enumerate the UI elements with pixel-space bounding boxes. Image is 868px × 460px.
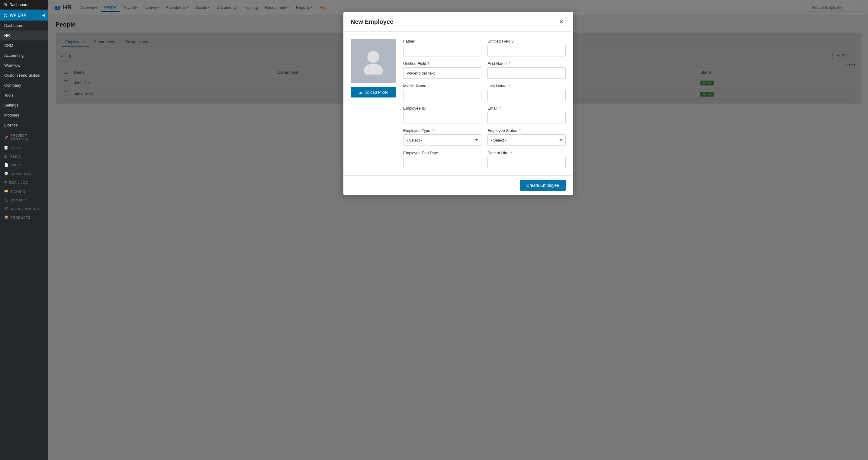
form-group-untitled4: Untitled Field 4 (403, 61, 482, 79)
sidebar-dashboard[interactable]: ⊞ Dashboard (0, 0, 48, 10)
form-group-father: Father (403, 39, 482, 57)
input-dateofhire[interactable] (488, 157, 566, 168)
comments-icon: 💬 (4, 172, 9, 176)
label-father: Father (403, 39, 482, 43)
label-employeestatus: Employee Status * (488, 128, 566, 133)
posts-icon: 📝 (4, 146, 9, 150)
input-father[interactable] (403, 45, 482, 57)
modal-header: New Employee ✕ (343, 12, 573, 32)
input-email[interactable] (488, 112, 566, 124)
sidebar-item-settings[interactable]: Settings (0, 100, 48, 110)
sidebar-section-email-log[interactable]: ✉ Email Log (0, 177, 48, 186)
lastname-required: * (508, 84, 510, 88)
sidebar-section-media[interactable]: 🖼 Media (0, 151, 48, 159)
sidebar-section-contact[interactable]: 📞 Contact (0, 194, 48, 203)
sidebar-section-label: Comments (10, 172, 31, 176)
sidebar-item-crm[interactable]: CRM (0, 40, 48, 51)
input-firstname[interactable] (488, 67, 566, 79)
sidebar-item-modules[interactable]: Modules (0, 110, 48, 120)
sidebar-section-tickets[interactable]: 🎫 Tickets (0, 186, 48, 194)
form-row-1: Father Untitled Field 3 (403, 39, 566, 57)
form-group-employeestatus: Employee Status * - Select - (488, 128, 566, 146)
brand-label: WP ERP (10, 13, 26, 18)
form-row-5: Employee Type * - Select - Employee Stat… (403, 128, 566, 146)
brand-icon: ◎ (4, 13, 7, 18)
form-group-email: Email * (488, 106, 566, 124)
form-group-employeeid: Employee ID (403, 106, 482, 124)
select-employeestatus[interactable]: - Select - (488, 134, 566, 146)
modal-close-button[interactable]: ✕ (557, 18, 566, 26)
sidebar-item-hr[interactable]: HR (0, 31, 48, 40)
modal-body: ☁ Upload Photo Father Untitled Field 3 (343, 32, 573, 175)
form-group-untitled3: Untitled Field 3 (488, 39, 566, 57)
select-employeetype[interactable]: - Select - (403, 134, 482, 146)
sidebar-item-dashboard[interactable]: Dashboard (0, 21, 48, 31)
sidebar-section-project-manager[interactable]: 📌 Project Manager (0, 130, 48, 142)
sidebar-item-label: HR (4, 33, 10, 38)
sidebar-section-posts[interactable]: 📝 Posts (0, 142, 48, 151)
label-email: Email * (488, 106, 566, 110)
sidebar-section-products[interactable]: 📦 Products (0, 212, 48, 221)
form-group-firstname: First Name * (488, 61, 566, 79)
input-lastname[interactable] (488, 90, 566, 101)
form-group-employeetype: Employee Type * - Select - (403, 128, 482, 146)
sidebar-item-label: Company (4, 83, 21, 88)
sidebar-item-tools[interactable]: Tools (0, 90, 48, 100)
input-middlename[interactable] (403, 90, 482, 101)
sidebar-section-woocommerce[interactable]: 🛒 WooCommerce (0, 203, 48, 212)
sidebar-brand[interactable]: ◎ WP ERP ◀ (0, 10, 48, 21)
sidebar-item-label: Custom Field Builder (4, 73, 41, 77)
label-firstname: First Name * (488, 61, 566, 66)
sidebar-item-label: Workflow (4, 63, 20, 68)
form-group-middlename: Middle Name (403, 84, 482, 101)
create-employee-button[interactable]: Create Employee (520, 180, 566, 191)
sidebar: ⊞ Dashboard ◎ WP ERP ◀ Dashboard HR CRM … (0, 0, 48, 460)
svg-point-1 (364, 64, 383, 74)
modal-footer: Create Employee (343, 175, 573, 195)
modal-form: Father Untitled Field 3 Untitled Field 4 (403, 39, 566, 168)
email-log-icon: ✉ (4, 180, 7, 185)
sidebar-section-pages[interactable]: 📄 Pages (0, 159, 48, 168)
tickets-icon: 🎫 (4, 189, 9, 193)
sidebar-section-label: Contact (10, 198, 28, 202)
sidebar-item-label: Accounting (4, 53, 24, 58)
sidebar-item-custom-field[interactable]: Custom Field Builder (0, 70, 48, 80)
label-employeeenddate: Employee End Date (403, 151, 482, 155)
sidebar-item-workflow[interactable]: Workflow (0, 60, 48, 70)
sidebar-item-accounting[interactable]: Accounting (0, 51, 48, 60)
input-untitled3[interactable] (488, 45, 566, 57)
email-required: * (499, 106, 501, 110)
employeestatus-required: * (519, 128, 521, 133)
input-employeeid[interactable] (403, 112, 482, 124)
sidebar-item-license[interactable]: License (0, 120, 48, 130)
products-icon: 📦 (4, 216, 9, 220)
svg-point-0 (367, 51, 379, 63)
input-employeeenddate[interactable] (403, 157, 482, 168)
employeetype-required: * (432, 128, 434, 133)
input-untitled4[interactable] (403, 67, 482, 79)
form-group-dateofhire: Date of Hire * (488, 151, 566, 168)
form-row-3: Middle Name Last Name * (403, 84, 566, 101)
modal-left: ☁ Upload Photo (351, 39, 396, 168)
modal-title: New Employee (351, 19, 393, 25)
sidebar-section-label: Posts (10, 146, 23, 150)
contact-icon: 📞 (4, 198, 9, 202)
firstname-required: * (508, 61, 510, 66)
sidebar-section-comments[interactable]: 💬 Comments (0, 168, 48, 177)
form-row-6: Employee End Date Date of Hire * (403, 151, 566, 168)
upload-photo-label: Upload Photo (365, 90, 389, 95)
modal-overlay: New Employee ✕ ☁ Upload Photo (48, 0, 868, 460)
label-dateofhire: Date of Hire * (488, 151, 566, 155)
sidebar-section-label: Media (10, 155, 21, 158)
sidebar-dashboard-label: Dashboard (9, 2, 29, 7)
upload-photo-button[interactable]: ☁ Upload Photo (351, 87, 396, 98)
sidebar-item-label: Tools (4, 93, 13, 98)
sidebar-section-label: Tickets (10, 190, 26, 193)
label-lastname: Last Name * (488, 84, 566, 88)
sidebar-section-label: WooCommerce (10, 207, 40, 211)
sidebar-item-company[interactable]: Company (0, 80, 48, 90)
woocommerce-icon: 🛒 (4, 207, 9, 211)
pages-icon: 📄 (4, 163, 9, 167)
avatar-image (360, 47, 387, 74)
form-group-lastname: Last Name * (488, 84, 566, 101)
